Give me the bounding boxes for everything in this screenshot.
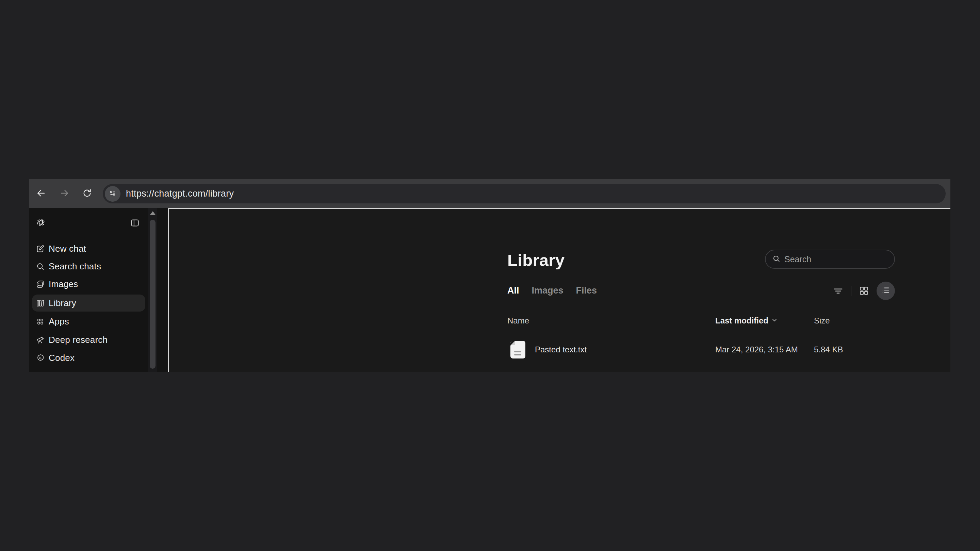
tab-images[interactable]: Images — [532, 285, 563, 296]
sidebar-item-apps[interactable]: Apps — [32, 313, 145, 330]
page-title: Library — [508, 251, 565, 270]
sidebar-item-codex[interactable]: Codex — [32, 349, 145, 366]
sidebar-item-deep-research[interactable]: Deep research — [32, 331, 145, 348]
sidebar-toggle-icon[interactable] — [130, 218, 140, 227]
tab-files[interactable]: Files — [576, 285, 597, 296]
list-view-button[interactable] — [877, 282, 895, 300]
sort-lines-icon[interactable] — [833, 285, 843, 296]
screenshot-canvas: https://chatgpt.com/library — [0, 0, 980, 551]
scrollbar-thumb[interactable] — [150, 220, 156, 369]
sidebar-item-library[interactable]: Library — [32, 295, 145, 311]
forward-arrow-icon — [60, 188, 70, 200]
sidebar-item-label: Apps — [49, 316, 69, 327]
search-icon — [36, 262, 45, 271]
reload-icon — [82, 188, 92, 200]
file-size: 5.84 KB — [814, 345, 843, 354]
sidebar-item-label: Images — [49, 279, 78, 289]
chevron-down-icon — [771, 316, 778, 326]
table-header: Name Last modified Size — [169, 316, 951, 326]
tune-icon — [108, 189, 117, 199]
search-input[interactable] — [784, 254, 883, 264]
address-bar[interactable]: https://chatgpt.com/library — [103, 184, 946, 203]
library-tabs: All Images Files — [508, 285, 597, 296]
list-view-icon — [881, 285, 891, 296]
reload-button[interactable] — [81, 188, 93, 200]
sidebar-item-label: Deep research — [49, 335, 108, 345]
sidebar-item-label: Codex — [49, 353, 75, 363]
table-row[interactable]: Pasted text.txt Mar 24, 2026, 3:15 AM 5.… — [495, 339, 924, 361]
openai-logo-icon — [36, 218, 46, 227]
sidebar-item-search-chats[interactable]: Search chats — [32, 258, 145, 275]
file-name: Pasted text.txt — [535, 345, 587, 354]
grid-view-icon[interactable] — [859, 285, 869, 296]
sidebar-item-label: New chat — [49, 243, 86, 254]
sidebar-item-images[interactable]: Images — [32, 275, 145, 292]
browser-toolbar: https://chatgpt.com/library — [29, 179, 950, 208]
column-header-last-modified[interactable]: Last modified — [715, 316, 778, 326]
library-icon — [36, 299, 45, 308]
back-button[interactable] — [35, 188, 47, 200]
forward-button[interactable] — [59, 188, 71, 200]
sidebar: New chat Search chats Images — [29, 208, 168, 372]
browser-window: https://chatgpt.com/library — [29, 179, 950, 372]
scrollbar-up-arrow-icon[interactable] — [150, 211, 156, 215]
file-modified: Mar 24, 2026, 3:15 AM — [715, 345, 798, 354]
browser-viewport: New chat Search chats Images — [29, 208, 950, 372]
text-file-icon — [511, 341, 525, 359]
apps-icon — [36, 318, 45, 326]
column-header-name: Name — [508, 316, 529, 326]
sidebar-item-label: Search chats — [49, 261, 101, 272]
deep-research-icon — [36, 336, 45, 344]
sidebar-item-new-chat[interactable]: New chat — [32, 240, 145, 257]
url-text: https://chatgpt.com/library — [126, 189, 234, 199]
sidebar-scrollbar — [148, 208, 157, 372]
new-chat-icon — [36, 245, 45, 253]
library-search[interactable] — [765, 250, 895, 269]
library-page: Library All Images Files — [168, 208, 950, 372]
column-header-label: Last modified — [715, 316, 768, 326]
sidebar-item-label: Library — [49, 298, 76, 308]
back-arrow-icon — [36, 188, 46, 200]
images-icon — [36, 280, 45, 288]
tab-all[interactable]: All — [508, 285, 519, 296]
column-header-size: Size — [814, 316, 830, 326]
view-controls — [833, 281, 895, 300]
search-icon — [772, 255, 780, 264]
codex-icon — [36, 354, 45, 362]
site-settings-chip[interactable] — [105, 186, 121, 202]
divider — [851, 286, 851, 296]
